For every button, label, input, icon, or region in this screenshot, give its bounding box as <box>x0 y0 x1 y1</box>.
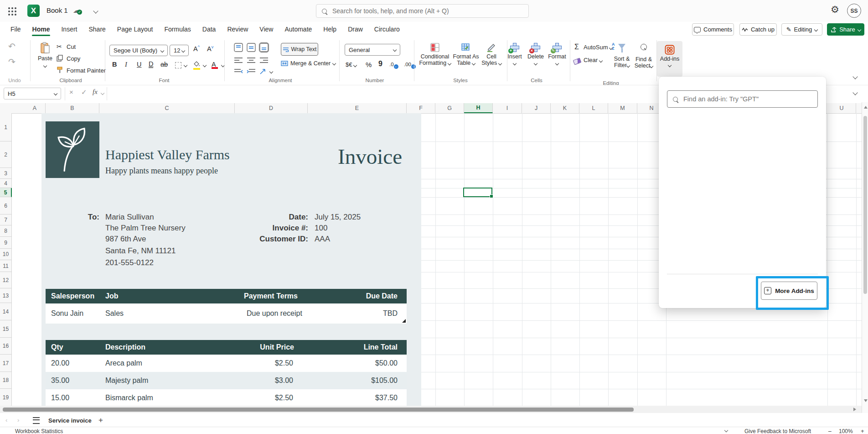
column-header-G[interactable]: G <box>435 103 464 113</box>
row-header-13[interactable]: 13 <box>0 288 12 303</box>
row-header-17[interactable]: 17 <box>0 355 12 372</box>
selected-cell[interactable] <box>463 188 492 197</box>
strikethrough-button[interactable]: ab <box>160 61 168 68</box>
catch-up-button[interactable]: Catch up <box>739 23 777 36</box>
align-top-icon[interactable] <box>234 43 243 52</box>
ribbon-collapse-chevron-icon[interactable] <box>852 74 858 79</box>
row-header-3[interactable]: 3 <box>0 168 12 179</box>
underline-button[interactable]: U <box>137 61 141 68</box>
column-header-A[interactable]: A <box>24 103 46 113</box>
font-family-select[interactable]: Segoe UI (Body) <box>109 45 168 56</box>
row-header-1[interactable]: 1 <box>0 113 12 141</box>
addins-button[interactable]: Add-ins <box>657 41 682 77</box>
menu-item-automate[interactable]: Automate <box>284 23 312 35</box>
global-search[interactable] <box>316 4 529 18</box>
shrink-font-button[interactable]: Av <box>207 45 213 52</box>
scroll-up-arrow-icon[interactable] <box>864 106 868 109</box>
column-header-L[interactable]: L <box>579 103 608 113</box>
vertical-scrollbar[interactable] <box>862 102 868 413</box>
avatar[interactable]: SS <box>847 4 861 18</box>
menu-item-review[interactable]: Review <box>227 23 248 35</box>
menu-item-home[interactable]: Home <box>32 23 51 35</box>
decrease-indent-icon[interactable] <box>234 68 243 75</box>
sheet-nav-prev-icon[interactable]: ‹ <box>5 417 7 424</box>
menu-item-page-layout[interactable]: Page Layout <box>117 23 154 35</box>
share-button[interactable]: Share <box>827 23 864 36</box>
paste-button[interactable]: Paste <box>35 42 56 68</box>
insert-cells-button[interactable]: + Insert <box>504 43 525 66</box>
row-header-18[interactable]: 18 <box>0 372 12 389</box>
column-header-K[interactable]: K <box>551 103 579 113</box>
format-as-table-button[interactable]: Format As Table <box>451 43 480 66</box>
italic-button[interactable]: I <box>125 61 127 68</box>
horizontal-scrollbar[interactable] <box>0 406 862 413</box>
feedback-link[interactable]: Give Feedback to Microsoft <box>744 428 811 434</box>
number-format-select[interactable]: General <box>345 44 400 56</box>
menu-item-share[interactable]: Share <box>88 23 106 35</box>
conditional-formatting-button[interactable]: Conditional Formatting <box>418 43 452 66</box>
row-header-6[interactable]: 6 <box>0 197 12 214</box>
row-header-5[interactable]: 5 <box>0 188 12 197</box>
decrease-decimal-button[interactable]: .0← <box>389 62 398 69</box>
copy-icon[interactable] <box>57 55 63 63</box>
currency-button[interactable]: $€ <box>346 61 356 68</box>
zoom-out-button[interactable]: − <box>828 428 832 434</box>
align-center-icon[interactable] <box>247 57 256 64</box>
cut-icon[interactable]: ✂ <box>57 43 62 50</box>
clear-icon[interactable] <box>574 58 581 66</box>
column-header-H[interactable]: H <box>464 103 493 113</box>
menu-item-draw[interactable]: Draw <box>347 23 363 35</box>
delete-cells-button[interactable]: × Delete <box>525 43 546 66</box>
zoom-level[interactable]: 100% <box>839 428 853 434</box>
menu-item-insert[interactable]: Insert <box>61 23 78 35</box>
column-header-F[interactable]: F <box>407 103 435 113</box>
zoom-in-button[interactable]: + <box>861 428 864 434</box>
text-orientation-icon[interactable] <box>259 68 268 75</box>
app-launcher-icon[interactable] <box>7 6 17 16</box>
column-header-D[interactable]: D <box>235 103 308 113</box>
fx-icon[interactable]: fx <box>93 88 98 96</box>
row-header-16[interactable]: 16 <box>0 338 12 355</box>
sheet-tab-active[interactable]: Service invoice <box>46 414 93 428</box>
horizontal-scroll-thumb[interactable] <box>3 408 634 412</box>
fx-chevron-icon[interactable] <box>101 91 104 95</box>
align-bottom-icon-selected[interactable] <box>259 43 269 52</box>
clear-button[interactable]: Clear <box>584 57 602 63</box>
menu-item-help[interactable]: Help <box>323 23 337 35</box>
font-size-select[interactable]: 12 <box>170 45 189 56</box>
row-header-12[interactable]: 12 <box>0 272 12 288</box>
name-box[interactable]: H5 <box>4 88 61 99</box>
cancel-icon[interactable]: × <box>69 88 73 96</box>
menu-item-formulas[interactable]: Formulas <box>164 23 191 35</box>
bold-button[interactable]: B <box>112 61 117 68</box>
autosum-button[interactable]: AutoSum <box>584 44 612 51</box>
borders-icon[interactable] <box>175 62 181 68</box>
row-header-4[interactable]: 4 <box>0 179 12 188</box>
fill-color-button[interactable] <box>193 61 200 70</box>
merge-center-button[interactable]: Merge & Center <box>281 60 336 67</box>
add-sheet-button[interactable]: + <box>98 416 103 425</box>
workbook-statistics[interactable]: Workbook Statistics <box>15 428 63 434</box>
row-header-14[interactable]: 14 <box>0 303 12 320</box>
column-header-C[interactable]: C <box>99 103 235 113</box>
document-title[interactable]: Book 1 <box>46 6 68 14</box>
fill-color-chevron-icon[interactable] <box>203 63 207 67</box>
row-header-2[interactable]: 2 <box>0 141 12 168</box>
row-header-9[interactable]: 9 <box>0 237 12 249</box>
formula-bar-expand-chevron-icon[interactable] <box>852 90 858 95</box>
format-cells-button[interactable]: ✎ Format <box>546 43 568 66</box>
column-header-E[interactable]: E <box>308 103 407 113</box>
find-select-button[interactable]: Find & Select <box>633 44 655 69</box>
autosum-icon[interactable]: Σ <box>574 43 579 51</box>
format-painter-icon[interactable] <box>57 67 63 75</box>
column-header-J[interactable]: J <box>522 103 551 113</box>
addin-search-input[interactable] <box>682 95 812 103</box>
cell-styles-button[interactable]: Cell Styles <box>479 43 504 66</box>
scroll-right-arrow-icon[interactable] <box>853 408 856 411</box>
double-underline-button[interactable]: D <box>149 61 153 68</box>
font-color-button[interactable]: A <box>212 61 218 69</box>
wrap-text-button[interactable]: Wrap Text <box>281 43 318 56</box>
sort-filter-button[interactable]: AZ Sort & Filter <box>612 44 632 68</box>
scroll-down-arrow-icon[interactable] <box>864 399 868 402</box>
all-sheets-icon[interactable] <box>33 417 40 424</box>
